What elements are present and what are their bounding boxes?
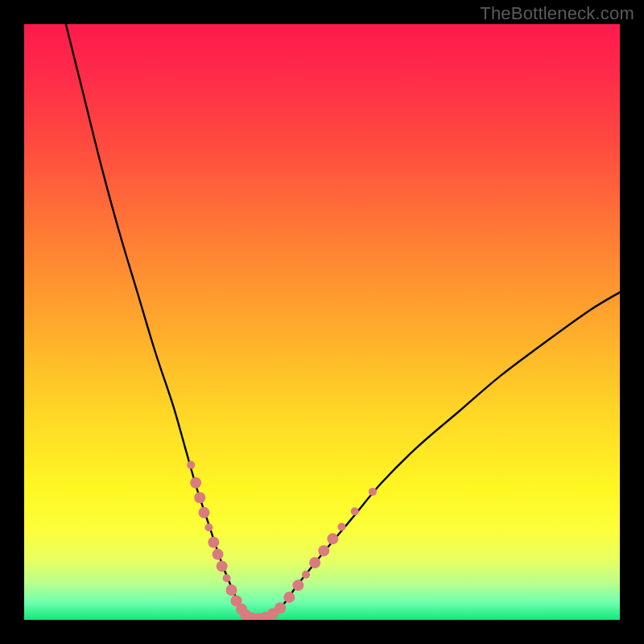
marker-dot: [318, 545, 329, 556]
chart-svg: [24, 24, 620, 620]
marker-dot: [213, 549, 224, 560]
marker-dot: [190, 477, 201, 489]
marker-dots: [187, 461, 377, 620]
marker-dot: [204, 523, 213, 531]
marker-dot: [226, 584, 237, 596]
outer-frame: TheBottleneck.com: [0, 0, 644, 644]
marker-dot: [309, 557, 320, 568]
marker-dot: [208, 537, 219, 548]
marker-dot: [187, 461, 195, 469]
marker-dot: [223, 574, 231, 582]
marker-dot: [283, 592, 295, 603]
marker-dot: [194, 492, 205, 503]
marker-dot: [275, 602, 286, 613]
marker-dot: [327, 533, 338, 544]
marker-dot: [217, 560, 228, 572]
plot-area: [24, 24, 620, 620]
marker-dot: [198, 507, 209, 518]
marker-dot: [302, 571, 310, 579]
marker-dot: [369, 488, 377, 496]
marker-dot: [337, 523, 345, 531]
marker-dot: [351, 507, 359, 515]
watermark-text: TheBottleneck.com: [480, 3, 634, 24]
marker-dot: [292, 580, 303, 591]
